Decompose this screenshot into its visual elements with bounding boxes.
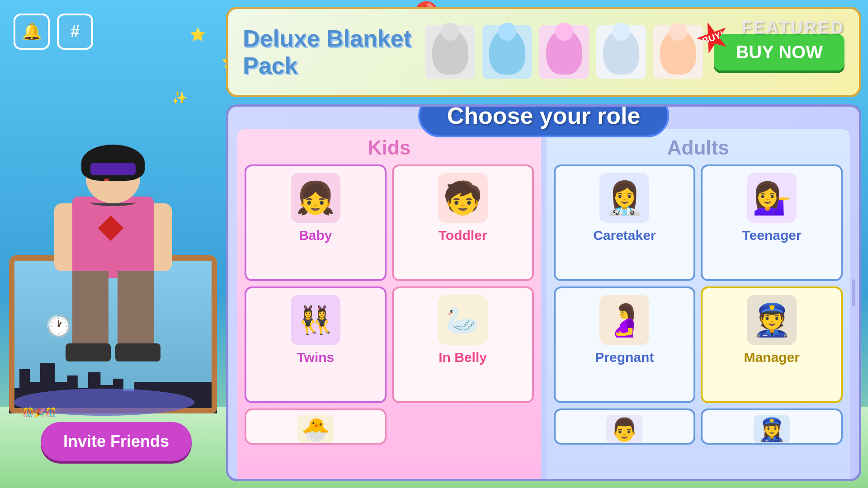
father-icon: 👨 — [559, 415, 690, 444]
teenager-label: Teenager — [742, 225, 802, 244]
pregnant-label: Pregnant — [595, 347, 654, 366]
blanket-item-2 — [482, 25, 532, 79]
adults-title: Adults — [554, 136, 843, 159]
blanket-item-4 — [596, 25, 646, 79]
blanket-item-3 — [539, 25, 589, 79]
char-left-leg — [72, 271, 108, 352]
left-panel: 🔔 # — [0, 0, 231, 488]
role-card-teenager[interactable]: 💁‍♀️ Teenager — [701, 164, 843, 281]
character-area — [36, 154, 190, 416]
role-card-pregnant[interactable]: 🤰 Pregnant — [554, 286, 696, 403]
char-left-shoe — [66, 343, 111, 361]
role-card-baby[interactable]: 👧 Baby — [245, 164, 387, 281]
char-right-leg — [118, 271, 154, 352]
role-card-toddler[interactable]: 🧒 Toddler — [392, 164, 534, 281]
police-icon: 👮‍♀️ — [706, 415, 837, 444]
blanket-item-5 — [653, 25, 703, 79]
manager-label: Manager — [744, 347, 799, 366]
role-card-newborn[interactable]: 🐣 — [245, 408, 387, 445]
role-card-father[interactable]: 👨 — [554, 408, 696, 445]
twins-label: Twins — [297, 347, 334, 366]
role-panel: Choose your role Kids 👧 Baby — [226, 104, 861, 481]
featured-product-title: Deluxe Blanket Pack — [243, 25, 415, 79]
caretaker-icon: 👩‍⚕️ — [559, 171, 690, 225]
role-card-manager[interactable]: 👮 Manager — [701, 286, 843, 403]
role-card-twins[interactable]: 👯‍♀️ Twins — [245, 286, 387, 403]
baby-label: Baby — [299, 225, 332, 244]
buy-section: BUY NOW BUY! — [714, 34, 844, 70]
toddler-icon: 🧒 — [397, 171, 528, 225]
character-figure — [50, 154, 176, 380]
adults-column: Adults 👩‍⚕️ Caretaker 💁‍♀️ T — [547, 129, 850, 481]
bell-icon: 🔔 — [22, 22, 42, 41]
top-left-buttons: 🔔 # — [14, 14, 93, 50]
hashtag-button[interactable]: # — [57, 14, 93, 50]
baby-icon: 👧 — [250, 171, 381, 225]
adults-role-grid: 👩‍⚕️ Caretaker 💁‍♀️ Teenager — [554, 164, 843, 476]
char-body — [72, 197, 154, 278]
twins-icon: 👯‍♀️ — [250, 293, 381, 347]
role-card-caretaker[interactable]: 👩‍⚕️ Caretaker — [554, 164, 696, 281]
manager-icon: 👮 — [706, 293, 837, 347]
buy-now-button[interactable]: BUY NOW — [714, 34, 844, 70]
in-belly-icon: 🦢 — [397, 293, 528, 347]
char-necklace — [90, 199, 136, 206]
hash-icon: # — [71, 22, 80, 41]
notification-button[interactable]: 🔔 — [14, 14, 50, 50]
choose-role-header: Choose your role — [418, 104, 670, 137]
char-head — [86, 154, 140, 203]
newborn-icon: 🐣 — [250, 415, 381, 444]
blanket-item-1 — [425, 25, 475, 79]
role-columns: Kids 👧 Baby 🧒 Toddler — [237, 129, 850, 481]
invite-friends-button[interactable]: Invite Friends — [41, 422, 192, 461]
char-right-shoe — [115, 343, 160, 361]
banner-left: Deluxe Blanket Pack — [243, 25, 415, 79]
toddler-label: Toddler — [439, 225, 487, 244]
in-belly-label: In Belly — [439, 347, 487, 366]
featured-banner: Deluxe Blanket Pack — [226, 7, 861, 97]
kids-role-grid: 👧 Baby 🧒 Toddler 👯‍♀️ — [245, 164, 534, 476]
kids-title: Kids — [245, 136, 534, 159]
role-card-police[interactable]: 👮‍♀️ — [701, 408, 843, 445]
kids-scroll-indicator[interactable] — [852, 279, 855, 306]
caretaker-label: Caretaker — [593, 225, 656, 244]
char-mouth — [104, 178, 109, 181]
pregnant-icon: 🤰 — [559, 293, 690, 347]
role-card-in-belly[interactable]: 🦢 In Belly — [392, 286, 534, 403]
blanket-items — [425, 25, 703, 79]
char-glasses — [90, 163, 136, 175]
main-content: Deluxe Blanket Pack — [226, 7, 861, 481]
teenager-icon: 💁‍♀️ — [706, 171, 837, 225]
kids-column: Kids 👧 Baby 🧒 Toddler — [237, 129, 541, 481]
char-logo — [98, 216, 124, 241]
featured-label: FEATURED — [741, 18, 844, 38]
